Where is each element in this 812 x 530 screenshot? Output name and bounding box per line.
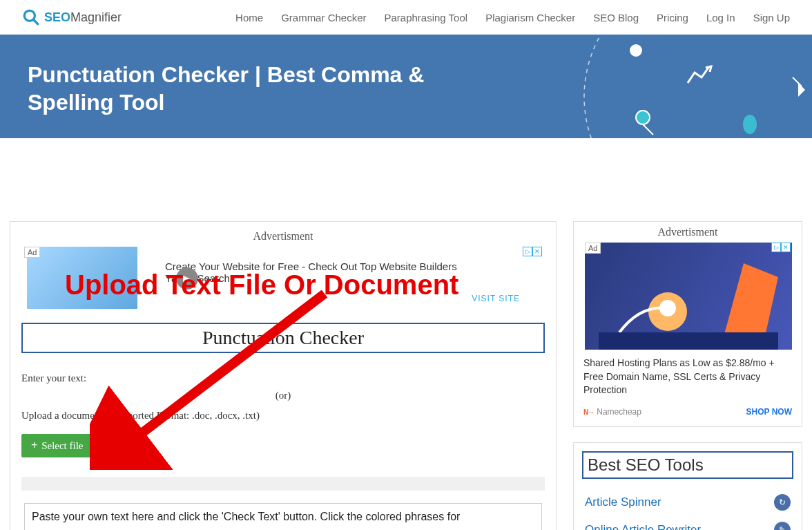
sidebar-ad-footer: N→Namecheap SHOP NOW [574,401,802,426]
svg-line-5 [643,124,653,135]
sidebar-ad-controls: ▷ ✕ [771,243,791,252]
nav-home[interactable]: Home [235,12,263,23]
ad-info-icon[interactable]: ▷ [523,247,532,256]
hero: Punctuation Checker | Best Comma & Spell… [0,35,812,138]
tool-link-label: Article Spinner [585,495,661,509]
ad-thumbnail [27,247,137,309]
ad-visit-link[interactable]: VISIT SITE [472,294,520,303]
content-container: Advertisment Ad ▶ Create Your Website fo… [0,138,812,530]
svg-point-3 [630,44,642,57]
hero-decoration [550,35,812,138]
page-title: Punctuation Checker | Best Comma & Spell… [28,61,442,116]
ad-text-line1: Create Your Website for Free - Check Out… [165,261,457,272]
tool-link-article-spinner[interactable]: Article Spinner ↻ [582,489,793,516]
svg-point-6 [743,115,757,134]
nav-pricing[interactable]: Pricing [657,12,688,23]
svg-line-7 [793,77,802,86]
main-nav: Home Grammar Checker Paraphrasing Tool P… [235,12,790,23]
ad-badge: Ad [24,247,40,258]
tools-box: Best SEO Tools Article Spinner ↻ Online … [573,442,802,530]
select-file-button[interactable]: + Select file [21,434,93,457]
upload-label: Upload a document: (Supported Format: .d… [21,410,545,422]
ad-close-icon[interactable]: ✕ [532,247,542,256]
tool-title: Punctuation Checker [21,323,545,353]
ad-text-line2: Yahoo Search [165,272,457,284]
nav-plagiarism[interactable]: Plagiarism Checker [485,12,575,23]
logo-text: SEOMagnifier [44,10,122,25]
sidebar-ad-cta[interactable]: SHOP NOW [746,407,792,417]
or-divider: (or) [19,390,548,401]
tools-title: Best SEO Tools [582,451,793,479]
sidebar: Advertisment Ad ▷ ✕ Shared Hosting Plans… [573,221,802,530]
ad-controls: ▷ ✕ [523,247,542,256]
ad-text: Create Your Website for Free - Check Out… [165,261,457,284]
sidebar-ad-brand: N→Namecheap [583,407,641,417]
header: SEOMagnifier Home Grammar Checker Paraph… [0,0,812,35]
enter-text-label: Enter your text: [21,372,545,384]
nav-signup[interactable]: Sign Up [753,12,790,23]
sidebar-ad-close-icon[interactable]: ✕ [781,243,791,252]
sidebar-ad-badge: Ad [585,243,601,254]
sidebar-ad[interactable]: Advertisment Ad ▷ ✕ Shared Hosting Plans… [573,221,802,427]
sidebar-ad-info-icon[interactable]: ▷ [771,243,781,252]
nav-paraphrase[interactable]: Paraphrasing Tool [384,12,467,23]
play-icon[interactable]: ▶ [176,267,198,290]
sidebar-ad-label: Advertisment [574,226,802,238]
text-input-area[interactable]: Paste your own text here and click the '… [24,503,542,530]
svg-rect-11 [599,332,778,350]
nav-login[interactable]: Log In [706,12,735,23]
tool-link-label: Online Article Rewriter [585,523,701,530]
svg-point-2 [584,35,812,138]
nav-blog[interactable]: SEO Blog [593,12,639,23]
main-ad[interactable]: Ad ▶ Create Your Website for Free - Chec… [24,247,542,309]
plus-icon: + [31,439,37,452]
sidebar-ad-image [585,243,792,350]
select-file-label: Select file [41,440,83,452]
rewriter-icon: ✎ [774,522,791,530]
nav-grammar[interactable]: Grammar Checker [281,12,366,23]
main-panel: Advertisment Ad ▶ Create Your Website fo… [10,221,557,530]
magnifier-icon [22,8,40,26]
sidebar-ad-description: Shared Hosting Plans as Low as $2.88/mo … [574,350,802,401]
spinner-icon: ↻ [774,494,791,511]
ad-label: Advertisment [19,230,548,243]
tool-link-article-rewriter[interactable]: Online Article Rewriter ✎ [582,516,793,530]
svg-point-4 [636,111,650,124]
progress-bar [21,477,545,491]
logo[interactable]: SEOMagnifier [22,8,122,26]
